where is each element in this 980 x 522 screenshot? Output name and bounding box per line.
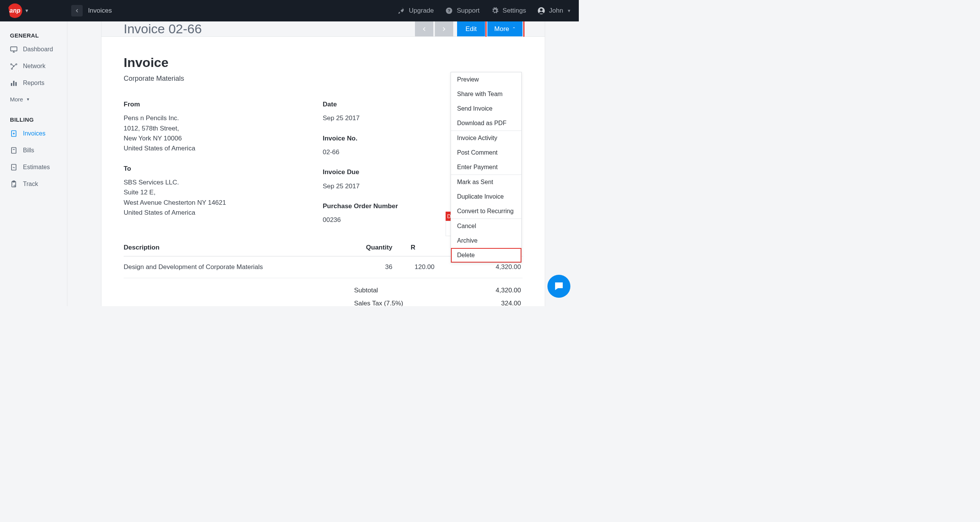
sidebar-item-invoices[interactable]: Invoices bbox=[10, 130, 62, 137]
svg-rect-10 bbox=[13, 81, 14, 86]
subtotal-value: 4,320.00 bbox=[454, 287, 523, 294]
back-button[interactable] bbox=[71, 5, 83, 16]
menu-preview[interactable]: Preview bbox=[451, 72, 521, 87]
more-dropdown: Preview Share with Team Send Invoice Dow… bbox=[451, 72, 522, 263]
sidebar-item-reports[interactable]: Reports bbox=[10, 79, 62, 87]
menu-cancel[interactable]: Cancel bbox=[451, 219, 521, 233]
chevron-left-icon bbox=[74, 8, 80, 13]
to-country: United States of America bbox=[124, 208, 265, 218]
col-description: Description bbox=[124, 244, 339, 251]
sidebar-item-dashboard[interactable]: Dashboard bbox=[10, 46, 62, 53]
sidebar-more-label: More bbox=[10, 96, 23, 103]
app-logo[interactable]: anp bbox=[8, 3, 22, 18]
bar-chart-icon bbox=[10, 79, 18, 87]
menu-recurring[interactable]: Convert to Recurring bbox=[451, 204, 521, 219]
sidebar-item-bills[interactable]: Bills bbox=[10, 147, 62, 154]
chevron-down-icon: ▼ bbox=[567, 8, 571, 13]
svg-rect-9 bbox=[11, 83, 12, 86]
monitor-icon bbox=[10, 46, 18, 53]
menu-activity[interactable]: Invoice Activity bbox=[451, 131, 521, 145]
invoice-icon bbox=[10, 130, 18, 137]
svg-point-6 bbox=[11, 64, 12, 65]
menu-mark-sent[interactable]: Mark as Sent bbox=[451, 175, 521, 189]
invoice-heading: Invoice bbox=[124, 55, 523, 70]
chevron-left-icon bbox=[421, 26, 427, 32]
from-line1: 1012, 578th Street, bbox=[124, 124, 265, 134]
rocket-icon bbox=[397, 7, 405, 15]
upgrade-link[interactable]: Upgrade bbox=[397, 7, 434, 15]
menu-download[interactable]: Download as PDF bbox=[451, 116, 521, 130]
invno-label: Invoice No. bbox=[323, 134, 398, 144]
svg-point-8 bbox=[11, 68, 12, 69]
svg-rect-13 bbox=[11, 148, 16, 153]
next-invoice-button[interactable] bbox=[435, 21, 453, 36]
support-link[interactable]: ? Support bbox=[445, 7, 480, 15]
subtotal-label: Subtotal bbox=[354, 287, 454, 294]
po-label: Purchase Order Number bbox=[323, 201, 398, 211]
edit-label: Edit bbox=[466, 25, 477, 33]
menu-comment[interactable]: Post Comment bbox=[451, 145, 521, 160]
to-label: To bbox=[124, 164, 265, 174]
more-label: More bbox=[494, 25, 509, 33]
chevron-up-icon: ⌃ bbox=[512, 26, 516, 31]
line-amount: 4,320.00 bbox=[457, 263, 523, 271]
sidebar-item-track[interactable]: Track bbox=[10, 180, 62, 188]
chevron-right-icon bbox=[441, 26, 447, 32]
due-label: Invoice Due bbox=[323, 167, 398, 177]
tax-label: Sales Tax (7.5%) bbox=[354, 300, 454, 306]
svg-point-3 bbox=[540, 8, 543, 11]
svg-rect-11 bbox=[15, 82, 16, 86]
sidebar: GENERAL Dashboard Network Reports More ▼… bbox=[0, 21, 67, 306]
col-quantity: Quantity bbox=[339, 244, 392, 251]
sidebar-label: Dashboard bbox=[23, 46, 53, 53]
svg-text:?: ? bbox=[448, 8, 451, 13]
date-label: Date bbox=[323, 100, 398, 109]
from-name: Pens n Pencils Inc. bbox=[124, 113, 265, 123]
menu-send[interactable]: Send Invoice bbox=[451, 101, 521, 116]
support-label: Support bbox=[457, 7, 480, 15]
chat-icon bbox=[553, 281, 565, 292]
network-icon bbox=[10, 62, 18, 70]
menu-archive[interactable]: Archive bbox=[451, 233, 521, 248]
line-qty: 36 bbox=[339, 263, 392, 271]
line-desc: Design and Development of Corporate Mate… bbox=[124, 263, 339, 271]
sidebar-section-billing: BILLING bbox=[10, 116, 62, 123]
po-value: 00236 bbox=[323, 215, 398, 225]
prev-invoice-button[interactable] bbox=[415, 21, 433, 36]
to-line1: Suite 12 E, bbox=[124, 188, 265, 197]
sidebar-more[interactable]: More ▼ bbox=[10, 96, 62, 103]
due-value: Sep 25 2017 bbox=[323, 181, 398, 191]
chevron-down-icon: ▼ bbox=[26, 97, 30, 101]
to-line2: West Avenue Chesterton NY 14621 bbox=[124, 198, 265, 208]
date-value: Sep 25 2017 bbox=[323, 113, 398, 123]
sidebar-section-general: GENERAL bbox=[10, 32, 62, 39]
svg-rect-4 bbox=[11, 47, 17, 51]
more-button[interactable]: More ⌃ bbox=[487, 21, 523, 36]
menu-share[interactable]: Share with Team bbox=[451, 87, 521, 101]
sidebar-label: Invoices bbox=[23, 130, 46, 137]
user-menu[interactable]: John ▼ bbox=[537, 7, 571, 15]
workspace-chevron-icon[interactable]: ▼ bbox=[24, 8, 29, 13]
to-name: SBS Services LLC. bbox=[124, 178, 265, 188]
menu-payment[interactable]: Enter Payment bbox=[451, 160, 521, 175]
from-country: United States of America bbox=[124, 144, 265, 153]
edit-button[interactable]: Edit bbox=[457, 21, 485, 36]
sidebar-item-estimates[interactable]: Estimates bbox=[10, 163, 62, 171]
col-rate: R bbox=[392, 244, 457, 251]
sidebar-label: Reports bbox=[23, 80, 44, 86]
topbar: anp ▼ Invoices Upgrade ? Support Setting… bbox=[0, 0, 579, 21]
clipboard-icon bbox=[10, 180, 18, 188]
document-header: Invoice 02-66 Edit More ⌃ bbox=[101, 21, 545, 37]
menu-duplicate[interactable]: Duplicate Invoice bbox=[451, 189, 521, 204]
upgrade-label: Upgrade bbox=[409, 7, 434, 15]
settings-link[interactable]: Settings bbox=[491, 7, 526, 15]
sidebar-item-network[interactable]: Network bbox=[10, 62, 62, 70]
help-icon: ? bbox=[445, 7, 453, 15]
from-label: From bbox=[124, 100, 265, 109]
svg-point-7 bbox=[16, 64, 17, 65]
menu-delete[interactable]: Delete bbox=[451, 248, 521, 263]
gear-icon bbox=[491, 7, 499, 15]
chat-fab[interactable] bbox=[547, 275, 570, 298]
page-title: Invoice 02-66 bbox=[124, 21, 415, 36]
breadcrumb[interactable]: Invoices bbox=[88, 7, 112, 15]
